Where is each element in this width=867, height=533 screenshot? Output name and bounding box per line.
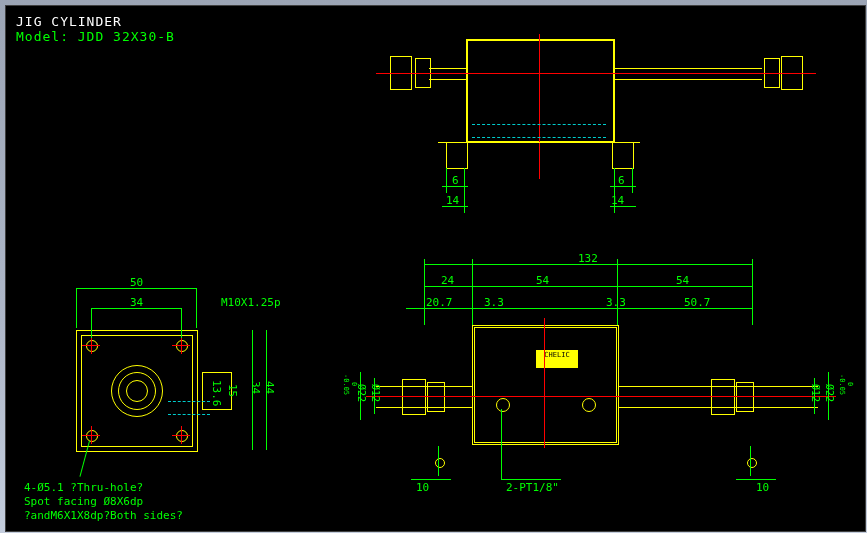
top-foot-leg-l [446,142,468,169]
front-nut-right-2 [736,382,754,412]
leader-line [750,446,751,476]
dim-15: 15 [226,384,239,397]
dim-44: 44 [263,381,276,394]
dim-132: 132 [578,252,598,265]
ext-line [472,259,473,325]
top-hidden-line [472,124,606,138]
bore-circle-inner [126,380,148,402]
dim-10: 10 [416,481,429,494]
hex-marker [435,458,445,468]
top-shaft-right [614,68,762,80]
dim-24: 24 [441,274,454,287]
front-nut-right [711,379,735,415]
ext-line [617,259,618,325]
right-view-body-inner [474,327,617,443]
dim-3-3: 3.3 [606,296,626,309]
top-foot-leg-r [612,142,634,169]
leader-line [438,446,439,476]
ext-line [181,308,182,338]
note-line-3: ?andM6X1X8dp?Both sides? [24,509,183,523]
dim-50-7: 50.7 [684,296,711,309]
port-hole-1 [496,398,510,412]
dim-line [736,479,776,480]
ext-line [196,288,197,328]
front-centerline-v [544,318,545,448]
ext-line [632,168,633,193]
hole-center-mark [174,338,188,352]
top-shaft-left [429,68,467,80]
hole-center-mark [84,338,98,352]
dim-54: 54 [676,274,689,287]
note-line-1: 4-Ø5.1 ?Thru-hole? [24,481,183,495]
dim-14: 14 [611,194,624,207]
hole-center-mark [84,428,98,442]
dim-54: 54 [536,274,549,287]
ext-line [446,168,447,193]
drawing-title: JIG CYLINDER [16,14,122,29]
dim-line [411,479,451,480]
dim-20-7: 20.7 [426,296,453,309]
dim-dia12: Ø12 [810,384,821,402]
dim-dia12: Ø12 [370,384,381,402]
dim-50: 50 [130,276,143,289]
dim-34v: 34 [249,381,262,394]
dim-tolerance: 0-0.05 [342,374,358,395]
dim-line [424,286,752,287]
dim-34: 34 [130,296,143,309]
ext-line [424,259,425,325]
left-hidden [168,401,210,415]
drawing-notes: 4-Ø5.1 ?Thru-hole? Spot facing Ø8X6dp ?a… [24,481,183,523]
centerline-h [376,73,816,74]
dim-6: 6 [618,174,625,187]
ext-line [752,259,753,325]
brand-plate: CHELIC [536,350,578,368]
dim-6: 6 [452,174,459,187]
dim-10: 10 [756,481,769,494]
note-line-2: Spot facing Ø8X6dp [24,495,183,509]
hole-center-mark [174,428,188,442]
dim-dia22: Ø22 [824,384,835,402]
thread-label: M10X1.25p [221,296,281,309]
leader-line [501,409,502,479]
dim-14: 14 [446,194,459,207]
front-nut-left [402,379,426,415]
front-centerline-h [366,396,836,397]
hex-marker [747,458,757,468]
port-label: 2-PT1/8" [506,481,559,494]
port-hole-2 [582,398,596,412]
top-foot [438,142,640,163]
model-label: Model: JDD 32X30-B [16,29,175,44]
front-nut-left-2 [427,382,445,412]
dim-line [501,479,561,480]
ext-line [91,308,92,338]
dim-tolerance: 0-0.05 [838,374,854,395]
ext-line [76,288,77,328]
dim-13-6: 13.6 [210,380,223,407]
dim-3-3: 3.3 [484,296,504,309]
cad-canvas: JIG CYLINDER Model: JDD 32X30-B 6 6 14 1… [5,5,866,532]
